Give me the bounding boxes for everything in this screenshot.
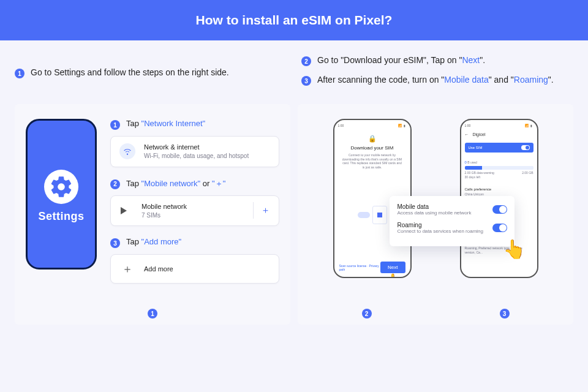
plus-plain-icon: ＋ — [119, 261, 135, 277]
pointing-hand-icon: 👆 — [384, 273, 405, 278]
panel2-footer-badge-3: 3 — [500, 309, 510, 318]
mini-badge-3: 3 — [110, 238, 120, 248]
mobile-data-toggle[interactable] — [492, 205, 507, 214]
add-more-row[interactable]: ＋ Add more — [110, 254, 279, 284]
mini-badge-2: 2 — [110, 179, 120, 189]
step-badge-1: 1 — [15, 69, 24, 78]
signal-icon — [121, 207, 133, 214]
panel1-footer-badge: 1 — [148, 309, 157, 318]
intro-line-3: After scanning the code, turn on "Mobile… — [317, 75, 554, 85]
toggle-callout: Mobile dataAccess data using mobile netw… — [390, 196, 514, 246]
title-banner: How to install an eSIM on Pixel? — [0, 0, 588, 40]
intro-right: 2 Go to "Download your eSIM", Tap on "Ne… — [301, 55, 573, 94]
step3-text: Tap "Add more" — [126, 237, 181, 246]
step1-text: Tap "Network Internet" — [126, 119, 205, 128]
lock-icon: 🔒 — [368, 135, 377, 143]
download-sub: Connect to your mobile network by downlo… — [338, 153, 407, 169]
mobile-data-label: Mobile data — [397, 203, 429, 210]
gear-icon — [44, 170, 78, 204]
page-body: 1 Go to Settings and follow the steps on… — [0, 40, 588, 392]
pointing-hand-icon-2: 👆 — [503, 238, 526, 260]
panel-1: Settings 1 Tap "Network Internet" Networ… — [15, 104, 290, 325]
page-title: How to install an eSIM on Pixel? — [196, 13, 393, 28]
step-badge-2: 2 — [301, 56, 311, 66]
wifi-icon — [119, 143, 135, 159]
step2-text: Tap "Mobile network" or "＋" — [126, 178, 225, 189]
intro-line-2: Go to "Download your eSIM", Tap on "Next… — [317, 55, 485, 65]
intro-left: 1 Go to Settings and follow the steps on… — [15, 55, 287, 94]
network-internet-row[interactable]: Network & internetWi-Fi, mobile, data us… — [110, 136, 279, 167]
intro-row: 1 Go to Settings and follow the steps on… — [15, 55, 573, 94]
use-sim-toggle-row[interactable]: Use SIM — [465, 143, 533, 153]
sim-card-icon — [372, 206, 387, 224]
plus-icon[interactable]: ＋ — [253, 202, 270, 219]
mini-badge-1: 1 — [110, 120, 120, 130]
panel1-steps: 1 Tap "Network Internet" Network & inter… — [110, 119, 279, 295]
status-bar-2: 1:00📶 ▮ — [465, 124, 533, 127]
panel2-footer-badge-2: 2 — [362, 309, 372, 318]
back-icon[interactable]: ← — [465, 132, 469, 137]
settings-phone-mock: Settings — [26, 119, 97, 270]
cloud-icon — [358, 212, 370, 218]
data-usage: 0 B used 2.00 GB data warning2.00 GB 30 … — [465, 160, 533, 179]
roaming-label: Roaming — [397, 222, 421, 228]
download-title: Download your SIM — [351, 145, 394, 151]
panel-2: 1:00📶 ▮ 🔒 Download your SIM Connect to y… — [298, 104, 573, 325]
calls-pref[interactable]: Calls preferenceChina Unicom — [465, 187, 533, 196]
status-bar: 1:00📶 ▮ — [338, 124, 407, 127]
step-badge-3: 3 — [301, 76, 311, 86]
footer-links[interactable]: Scan source license · Privacy path — [339, 264, 381, 271]
next-button[interactable]: Next 👆 — [380, 262, 405, 273]
roaming-toggle[interactable] — [492, 224, 507, 232]
carrier-name: Digicel — [473, 132, 486, 137]
settings-label: Settings — [38, 210, 84, 223]
toggle-on-icon — [521, 145, 530, 150]
panels-row: Settings 1 Tap "Network Internet" Networ… — [15, 104, 573, 325]
mobile-network-row[interactable]: Mobile network7 SIMs ＋ — [110, 195, 279, 227]
intro-left-text: Go to Settings and follow the steps on t… — [31, 67, 229, 77]
